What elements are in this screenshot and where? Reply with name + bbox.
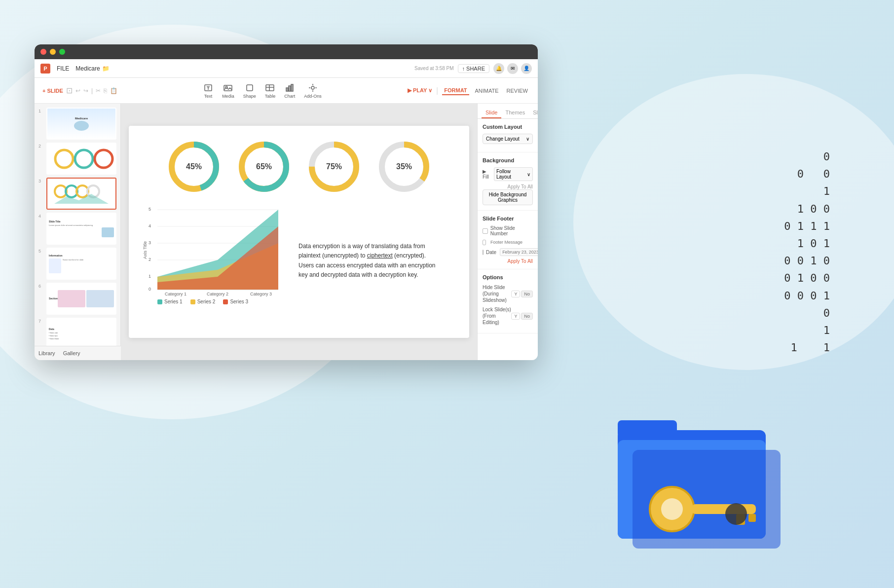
tab-themes[interactable]: Themes — [501, 108, 529, 118]
play-button[interactable]: ▶ PLAY ∨ — [408, 87, 432, 94]
app-window: P FILE Medicare 📁 Saved at 3:58 PM ↑ SHA… — [35, 44, 538, 360]
lock-slide-toggle[interactable]: Y No — [511, 313, 533, 320]
donut-chart-4: 35% — [377, 140, 431, 194]
slide-thumb-5[interactable]: 5 Information Some text here for slide — [38, 248, 116, 280]
menu-icon-group: 🔔 ✉ 👤 — [493, 63, 532, 74]
lock-slide-yes[interactable]: Y — [511, 313, 520, 320]
table-tool[interactable]: Table — [265, 83, 276, 99]
right-panel: Slide Themes Slideshow Custom Layout Cha… — [477, 104, 538, 360]
shape-tool[interactable]: Shape — [243, 83, 256, 99]
maximize-dot[interactable] — [59, 49, 65, 55]
slide-content: 45% 65% — [129, 126, 469, 338]
donut-chart-2: 65% — [237, 140, 291, 194]
hide-slide-yes[interactable]: Y — [511, 291, 520, 297]
chart-3-label: 75% — [326, 162, 342, 171]
svg-text:0: 0 — [149, 287, 151, 292]
text-tool[interactable]: Text — [203, 83, 213, 99]
svg-text:1: 1 — [149, 274, 151, 279]
slide-thumb-7[interactable]: 7 Data • Item one• Item two• Item three — [38, 318, 116, 346]
slide-canvas: 45% 65% — [121, 104, 477, 360]
svg-text:2: 2 — [149, 257, 151, 262]
svg-point-22 — [311, 86, 314, 89]
svg-point-5 — [661, 498, 683, 520]
mail-icon[interactable]: ✉ — [507, 63, 518, 74]
footer-message-input[interactable] — [488, 239, 533, 246]
library-tab[interactable]: Library — [38, 349, 55, 357]
slide-thumb-4[interactable]: 4 Slide Title Lorem ipsum dolor sit amet… — [38, 213, 116, 245]
addons-tool[interactable]: Add-Ons — [304, 83, 322, 99]
minimize-dot[interactable] — [50, 49, 56, 55]
undo-button[interactable]: ↩ — [75, 87, 80, 94]
paste-icon[interactable]: 📋 — [110, 87, 117, 94]
slide-panel: 1 Medicare 2 — [35, 104, 121, 346]
footer-message-checkbox[interactable] — [483, 240, 486, 245]
review-tab[interactable]: REVIEW — [505, 87, 530, 95]
svg-rect-13 — [224, 85, 232, 91]
apply-to-all-1[interactable]: Apply To All — [483, 184, 533, 189]
apply-to-all-2[interactable]: Apply To All — [483, 258, 533, 264]
charts-row: 45% 65% — [143, 140, 455, 194]
copy-icon[interactable]: ⎘ — [104, 87, 107, 94]
media-tool[interactable]: Media — [222, 83, 234, 99]
slide-footer-title: Slide Footer — [483, 216, 533, 221]
slide-thumb-3[interactable]: 3 — [38, 178, 116, 210]
chart-tool[interactable]: Chart — [284, 83, 295, 99]
svg-rect-15 — [247, 85, 253, 91]
background-title: Background — [483, 157, 533, 163]
toolbar-right: ▶ PLAY ∨ | FORMAT ANIMATE REVIEW — [408, 86, 530, 95]
legend-series-2: Series 2 — [197, 299, 216, 304]
close-dot[interactable] — [40, 49, 46, 55]
notifications-icon[interactable]: 🔔 — [493, 63, 504, 74]
date-input[interactable] — [500, 248, 538, 256]
svg-rect-21 — [291, 84, 293, 91]
options-section: Options Hide Slide (During Slideshow) Y … — [478, 269, 538, 333]
change-layout-button[interactable]: Change Layout ∨ — [483, 134, 533, 144]
svg-rect-19 — [286, 88, 288, 91]
slide-thumb-1[interactable]: 1 Medicare — [38, 108, 116, 140]
custom-layout-title: Custom Layout — [483, 124, 533, 130]
format-tab[interactable]: FORMAT — [442, 86, 469, 95]
slide-footer-section: Slide Footer Show Slide Number Date Appl… — [478, 211, 538, 269]
redo-button[interactable]: ↪ — [83, 87, 88, 94]
cut-icon[interactable]: ✂ — [96, 87, 101, 94]
filename: Medicare 📁 — [75, 65, 109, 72]
gallery-tab[interactable]: Gallery — [63, 349, 80, 357]
binary-decoration: 00 011 0 00 1 1 11 0 10 0 1 00 1 0 00 0 … — [784, 148, 830, 356]
bg-blob-right — [573, 74, 894, 370]
svg-point-24 — [75, 150, 93, 168]
hide-background-graphics-button[interactable]: Hide Background Graphics — [483, 189, 533, 205]
show-slide-number-row: Show Slide Number — [483, 225, 533, 236]
app-logo: P — [40, 64, 50, 74]
animate-tab[interactable]: ANIMATE — [473, 87, 501, 95]
svg-rect-16 — [266, 85, 274, 91]
show-slide-number-label: Show Slide Number — [490, 225, 533, 236]
user-avatar[interactable]: 👤 — [521, 63, 532, 74]
add-slide-button[interactable]: + SLIDE — [42, 88, 63, 94]
hide-slide-no[interactable]: No — [521, 291, 533, 297]
chart-4-label: 35% — [396, 162, 412, 171]
slide-layout-icon[interactable]: ⊡ — [66, 86, 73, 95]
options-title: Options — [483, 274, 533, 280]
lock-slide-label: Lock Slide(s) (From Editing) — [483, 306, 511, 326]
tab-slideshow[interactable]: Slideshow — [529, 108, 538, 118]
hide-slide-label: Hide Slide (During Slideshow) — [483, 284, 511, 303]
svg-text:Axis Title: Axis Title — [143, 241, 148, 259]
date-checkbox[interactable] — [483, 250, 484, 255]
slide-thumb-6[interactable]: 6 Section — [38, 283, 116, 315]
tab-slide[interactable]: Slide — [482, 108, 501, 118]
donut-chart-1: 45% — [167, 140, 221, 194]
slide-thumb-2[interactable]: 2 — [38, 143, 116, 175]
share-button[interactable]: ↑ SHARE — [458, 64, 489, 73]
hide-slide-toggle[interactable]: Y No — [511, 291, 533, 297]
svg-text:Category 2: Category 2 — [207, 292, 228, 296]
show-slide-number-checkbox[interactable] — [483, 228, 488, 234]
svg-text:5: 5 — [149, 207, 151, 212]
lock-slide-no[interactable]: No — [521, 313, 533, 320]
custom-layout-section: Custom Layout Change Layout ∨ — [478, 119, 538, 152]
fill-select[interactable]: Follow Layout ∨ — [494, 167, 533, 181]
svg-rect-8 — [748, 514, 756, 522]
panel-tabs: Slide Themes Slideshow — [478, 104, 538, 119]
svg-rect-1 — [618, 420, 677, 438]
title-bar — [35, 44, 538, 59]
file-menu[interactable]: FILE — [54, 64, 72, 73]
